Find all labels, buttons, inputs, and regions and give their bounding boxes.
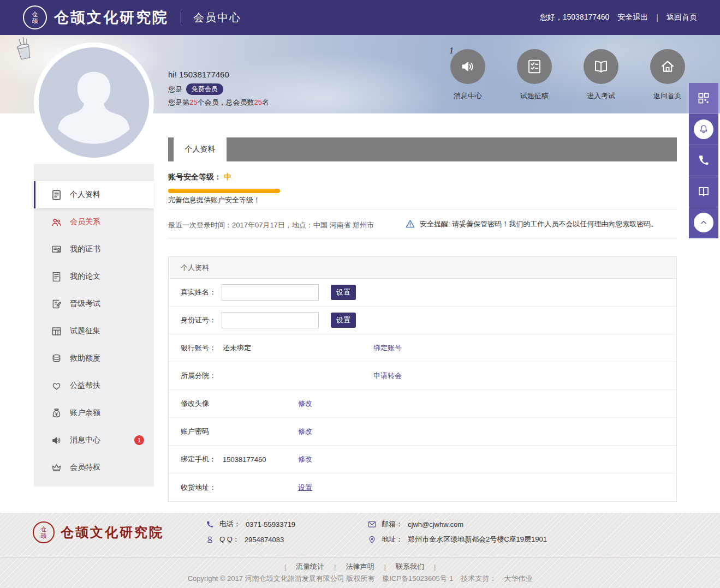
sidebar-item-label: 试题征集 (70, 326, 100, 336)
real-name-input[interactable] (222, 284, 319, 301)
top-header: 仓 颉 仓颉文化研究院 会员中心 您好，15038177460 安全退出 | 返… (0, 0, 720, 35)
user-greeting: 您好，15038177460 (540, 13, 610, 22)
contact-qq: Q Q：2954874083 (205, 532, 295, 547)
membership-line: 您是 免费会员 (168, 83, 223, 95)
avatar-change-link[interactable]: 修改 (298, 399, 312, 409)
warning-icon (405, 219, 415, 229)
footer-logo: 仓颉 仓颉文化研究院 (33, 521, 164, 543)
bell-button[interactable] (689, 114, 718, 145)
relations-icon (50, 216, 62, 228)
chevron-up-button[interactable] (689, 207, 718, 238)
seal-char-2: 颉 (32, 17, 38, 24)
thesis-icon (50, 271, 62, 283)
member-total: 25 (254, 98, 261, 106)
footer-brand: 仓颉文化研究院 (61, 524, 164, 541)
home-link[interactable]: 返回首页 (667, 13, 697, 22)
sidebar-item-charity[interactable]: 公益帮扶 (34, 372, 154, 399)
password-link[interactable]: 修改 (298, 427, 312, 436)
branch-division-link[interactable]: 申请转会 (373, 371, 402, 381)
bank-account-link[interactable]: 绑定账号 (373, 343, 402, 353)
qr-icon (697, 91, 711, 105)
quick-actions: 1消息中心试题征稿进入考试返回首页 (450, 49, 685, 101)
profile-row-bank-account: 银行账号：还未绑定绑定账号 (169, 334, 676, 362)
sidebar-item-relations[interactable]: 会员关系 (34, 208, 154, 236)
page-footer: 仓颉 仓颉文化研究院 电话：0371-55933719Q Q：295487408… (0, 513, 720, 588)
security-level-title: 账号安全等级：中 (168, 172, 231, 182)
qr-button[interactable] (689, 83, 718, 114)
support-label: 技术支持： (461, 574, 496, 584)
magazine-button[interactable] (689, 176, 718, 207)
checklist-circle[interactable] (517, 49, 552, 84)
icp-number: 豫ICP备15023605号-1 (382, 574, 453, 584)
crown-icon (50, 461, 62, 473)
quick-action-label: 返回首页 (650, 91, 685, 101)
open-book-circle[interactable] (584, 49, 618, 84)
shipping-address-link[interactable]: 设置 (298, 483, 312, 493)
contact-mail: 邮箱：cjwh@cjwhw.com (367, 517, 547, 531)
row-label: 身份证号： (181, 315, 216, 325)
sidebar-item-privileges[interactable]: 会员特权 (34, 454, 154, 481)
footer-link-traffic-stats[interactable]: 流量统计 (296, 562, 324, 572)
id-number-set-button[interactable]: 设置 (331, 313, 356, 328)
bound-phone-link[interactable]: 修改 (298, 454, 312, 464)
row-label: 收货地址： (181, 483, 216, 493)
contact-value: cjwh@cjwhw.com (408, 520, 463, 529)
quick-action-3[interactable]: 进入考试 (584, 49, 618, 101)
quick-action-label: 消息中心 (450, 91, 485, 101)
quick-action-4[interactable]: 返回首页 (650, 49, 685, 101)
profile-row-id-number: 身份证号：设置 (169, 307, 676, 334)
sidebar-item-promotion-exam[interactable]: 晋级考试 (34, 290, 154, 317)
sidebar-item-profile[interactable]: 个人资料 (34, 181, 154, 208)
brand-title: 仓颉文化研究院 (54, 8, 169, 27)
profile-row-password: 账户密码修改 (169, 418, 676, 446)
sidebar-item-question-collection[interactable]: 试题征集 (34, 317, 154, 345)
speaker-circle[interactable] (450, 49, 485, 84)
sidebar-item-label: 个人资料 (70, 190, 100, 200)
contact-pin: 地址：郑州市金水区绿地新都会2号楼C座19层1901 (367, 532, 547, 547)
tab-profile[interactable]: 个人资料 (174, 137, 227, 161)
sidebar-item-messages[interactable]: 消息中心1 (34, 427, 154, 454)
seal-char-1: 仓 (32, 11, 38, 17)
security-level-value: 中 (224, 172, 231, 181)
contact-value: 0371-55933719 (246, 520, 295, 529)
footer-link-separator: | (434, 563, 436, 571)
sidebar-item-label: 账户余额 (70, 408, 100, 418)
quick-action-1[interactable]: 1消息中心 (450, 49, 485, 101)
contact-value: 2954874083 (245, 536, 284, 544)
contact-value: 郑州市金水区绿地新都会2号楼C座19层1901 (408, 535, 547, 544)
quick-action-label: 试题征稿 (517, 91, 552, 101)
sidebar-item-label: 消息中心 (70, 435, 100, 445)
footer-divider (0, 557, 720, 558)
logout-link[interactable]: 安全退出 (617, 13, 648, 22)
footer-seal-logo: 仓颉 (33, 521, 55, 543)
sidebar-item-balance[interactable]: 账户余额 (34, 399, 154, 427)
contact-label: Q Q： (219, 535, 240, 544)
open-book-icon (593, 58, 609, 75)
sidebar-item-label: 晋级考试 (70, 299, 100, 309)
sidebar-item-label: 会员特权 (70, 463, 100, 472)
profile-panel: 个人资料 真实姓名：设置身份证号：设置银行账号：还未绑定绑定账号所属分院：申请转… (168, 256, 677, 502)
footer-link-separator: | (284, 563, 286, 571)
member-type-badge: 免费会员 (186, 83, 223, 95)
phone-button[interactable] (689, 145, 718, 176)
sidebar-item-label: 救助额度 (70, 353, 100, 363)
sidebar-item-certificates[interactable]: 我的证书 (34, 236, 154, 263)
float-toolbar (689, 83, 718, 238)
home-icon (659, 58, 676, 75)
row-value: 还未绑定 (223, 343, 251, 353)
sidebar-item-aid-quota[interactable]: 救助额度 (34, 345, 154, 372)
row-value: 15038177460 (223, 455, 266, 464)
you-are-label: 您是 (168, 85, 182, 94)
exam-icon (50, 298, 62, 310)
sidebar-item-papers[interactable]: 我的论文 (34, 263, 154, 290)
home-circle[interactable] (650, 49, 685, 84)
mail-icon (367, 519, 377, 529)
id-number-input[interactable] (222, 312, 319, 328)
footer-link-contact-us[interactable]: 联系我们 (396, 562, 424, 572)
footer-link-legal-notice[interactable]: 法律声明 (346, 562, 374, 572)
profile-row-bound-phone: 绑定手机：15038177460修改 (169, 446, 676, 473)
collect-icon (50, 325, 62, 337)
brand-seal-logo: 仓 颉 (23, 5, 47, 29)
quick-action-2[interactable]: 试题征稿 (517, 49, 552, 101)
real-name-set-button[interactable]: 设置 (331, 285, 356, 300)
